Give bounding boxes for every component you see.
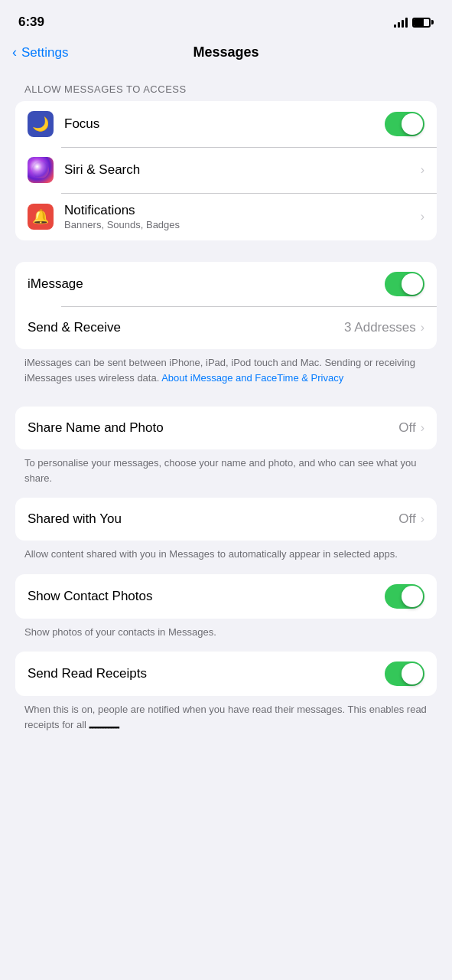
imessage-text: iMessage	[28, 276, 385, 292]
focus-text: Focus	[64, 116, 385, 132]
show-contact-photos-toggle[interactable]	[385, 584, 424, 609]
focus-label: Focus	[64, 116, 385, 132]
siri-chevron-icon: ›	[421, 163, 424, 177]
show-contact-photos-card: Show Contact Photos	[15, 574, 437, 619]
imessage-privacy-link[interactable]: About iMessage and FaceTime & Privacy	[161, 372, 343, 384]
shared-with-you-card: Shared with You Off ›	[15, 498, 437, 541]
share-name-value: Off	[398, 420, 415, 436]
send-receive-value: 3 Addresses	[344, 320, 416, 335]
send-read-receipts-text: Send Read Receipts	[28, 666, 385, 681]
send-read-receipts-toggle[interactable]	[385, 662, 424, 686]
page-title: Messages	[193, 44, 259, 60]
status-time: 6:39	[18, 15, 44, 30]
share-name-right: Off ›	[398, 420, 424, 436]
send-read-receipts-label: Send Read Receipts	[28, 666, 385, 681]
back-chevron-icon: ‹	[12, 44, 17, 60]
share-name-label: Share Name and Photo	[28, 420, 398, 436]
imessage-info: iMessages can be sent between iPhone, iP…	[0, 349, 452, 397]
back-label: Settings	[21, 45, 68, 60]
battery-icon	[412, 17, 434, 28]
share-name-card: Share Name and Photo Off ›	[15, 407, 437, 449]
notifications-item[interactable]: 🔔 Notifications Banners, Sounds, Badges …	[15, 193, 437, 240]
siri-right: ›	[421, 163, 424, 177]
notifications-chevron-icon: ›	[421, 210, 424, 224]
focus-item[interactable]: 🌙 Focus	[15, 101, 437, 147]
notifications-sublabel: Banners, Sounds, Badges	[64, 219, 421, 230]
shared-with-you-label: Shared with You	[28, 511, 398, 527]
send-read-receipts-card: Send Read Receipts	[15, 652, 437, 696]
send-receive-item[interactable]: Send & Receive 3 Addresses ›	[15, 306, 437, 349]
signal-icon	[394, 17, 408, 28]
status-bar: 6:39	[0, 0, 452, 38]
shared-with-you-item[interactable]: Shared with You Off ›	[15, 498, 437, 541]
send-receive-label: Send & Receive	[28, 320, 344, 335]
shared-with-you-info: Allow content shared with you in Message…	[0, 541, 452, 574]
send-read-receipts-info: When this is on, people are notified whe…	[0, 696, 452, 744]
show-contact-photos-item[interactable]: Show Contact Photos	[15, 574, 437, 619]
send-read-receipts-item[interactable]: Send Read Receipts	[15, 652, 437, 696]
nav-header: ‹ Settings Messages	[0, 38, 452, 70]
send-receive-chevron-icon: ›	[421, 321, 424, 335]
show-contact-photos-info: Show photos of your contacts in Messages…	[0, 619, 452, 652]
notifications-text: Notifications Banners, Sounds, Badges	[64, 203, 421, 230]
imessage-toggle[interactable]	[385, 272, 424, 296]
notifications-icon: 🔔	[28, 204, 54, 230]
siri-item[interactable]: Siri & Search ›	[15, 147, 437, 193]
share-name-text: Share Name and Photo	[28, 420, 398, 436]
notifications-right: ›	[421, 210, 424, 224]
shared-with-you-chevron-icon: ›	[421, 512, 424, 526]
siri-text: Siri & Search	[64, 162, 421, 178]
focus-toggle[interactable]	[385, 112, 424, 136]
share-name-item[interactable]: Share Name and Photo Off ›	[15, 407, 437, 449]
share-name-chevron-icon: ›	[421, 421, 424, 435]
section-label-access: ALLOW MESSAGES TO ACCESS	[0, 70, 452, 101]
shared-with-you-value: Off	[398, 511, 415, 527]
back-button[interactable]: ‹ Settings	[12, 44, 68, 60]
send-receive-text: Send & Receive	[28, 320, 344, 335]
show-contact-photos-label: Show Contact Photos	[28, 589, 385, 604]
imessage-label: iMessage	[28, 276, 385, 292]
siri-icon	[28, 157, 54, 183]
shared-with-you-text: Shared with You	[28, 511, 398, 527]
access-card: 🌙 Focus Siri & Search › 🔔 Notifications …	[15, 101, 437, 240]
shared-with-you-right: Off ›	[398, 511, 424, 527]
share-name-info: To personalise your messages, choose you…	[0, 449, 452, 498]
siri-label: Siri & Search	[64, 162, 421, 178]
imessage-item[interactable]: iMessage	[15, 262, 437, 306]
show-contact-photos-text: Show Contact Photos	[28, 589, 385, 604]
focus-icon: 🌙	[28, 111, 54, 137]
notifications-label: Notifications	[64, 203, 421, 218]
send-receive-right: 3 Addresses ›	[344, 320, 424, 335]
imessage-card: iMessage Send & Receive 3 Addresses ›	[15, 262, 437, 349]
status-icons	[394, 17, 434, 28]
